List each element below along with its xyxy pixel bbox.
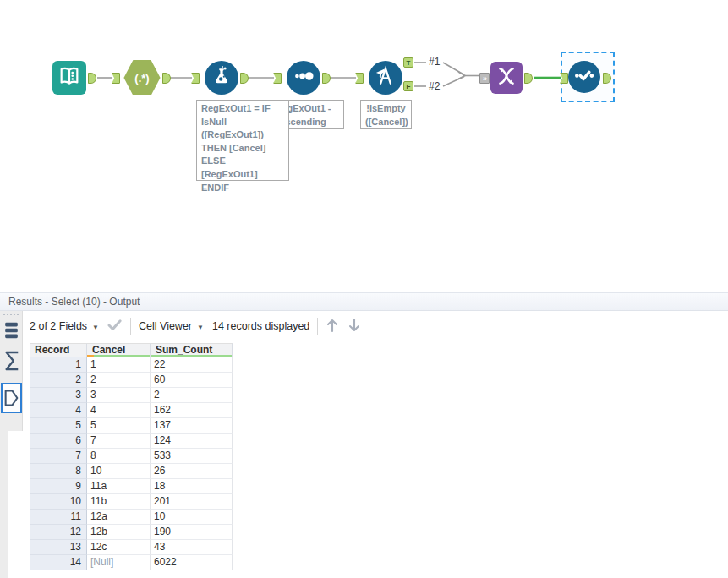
record-number-cell[interactable]: 12 <box>30 525 87 540</box>
column-header-record[interactable]: Record <box>30 343 87 357</box>
true-anchor[interactable]: T <box>403 57 413 68</box>
table-row[interactable]: 1212b190 <box>30 525 233 540</box>
up-arrow-icon[interactable] <box>326 318 339 335</box>
table-row[interactable]: 81026 <box>30 464 233 479</box>
table-row[interactable]: 55137 <box>30 418 233 434</box>
tool-input-data[interactable] <box>52 61 86 95</box>
tool-formula[interactable] <box>205 61 238 95</box>
alteryx-window: #1 #2 (.*) <box>0 0 728 578</box>
table-header-row: Record Cancel Sum_Count <box>30 343 233 357</box>
tool-filter[interactable] <box>369 61 402 95</box>
table-row[interactable]: 332 <box>30 388 233 403</box>
tool-select[interactable] <box>568 61 600 93</box>
results-side-strip <box>0 311 23 578</box>
column-header-sum-count[interactable]: Sum_Count <box>151 343 233 357</box>
table-cell[interactable]: 190 <box>151 525 233 540</box>
table-cell[interactable]: 18 <box>151 479 233 494</box>
results-panel-title: Results - Select (10) - Output <box>0 292 728 311</box>
annotation-filter[interactable]: !IsEmpty ([Cancel]) <box>360 100 412 129</box>
record-number-cell[interactable]: 1 <box>30 357 87 373</box>
input-connection-icon[interactable] <box>2 350 21 372</box>
strip-divider <box>3 379 20 379</box>
chevron-down-icon[interactable]: ▼ <box>92 324 99 331</box>
table-cell[interactable]: 2 <box>151 388 233 403</box>
tool-sort[interactable] <box>287 61 320 95</box>
table-cell[interactable]: 22 <box>151 357 233 373</box>
table-cell[interactable]: 60 <box>151 373 233 388</box>
table-cell[interactable]: 11a <box>87 479 151 494</box>
table-cell[interactable]: 7 <box>87 434 151 449</box>
union-helix-icon <box>495 65 517 90</box>
union-input-anchor[interactable]: » <box>479 73 490 84</box>
table-cell[interactable]: 4 <box>87 403 151 418</box>
wire-label-true: #1 <box>429 56 440 68</box>
workflow-canvas[interactable]: #1 #2 (.*) <box>0 0 728 292</box>
table-cell[interactable]: 3 <box>87 388 151 403</box>
table-cell[interactable]: 26 <box>151 464 233 479</box>
column-header-cancel[interactable]: Cancel <box>87 343 151 357</box>
table-row[interactable]: 78533 <box>30 449 233 464</box>
table-cell[interactable]: 124 <box>151 434 233 449</box>
tool-union[interactable] <box>490 62 523 94</box>
table-cell[interactable]: 5 <box>87 418 151 434</box>
data-quality-bar <box>151 355 232 357</box>
table-view-icon[interactable] <box>2 321 21 340</box>
data-quality-bar <box>87 355 150 357</box>
table-row[interactable]: 1122 <box>30 357 233 373</box>
record-number-cell[interactable]: 9 <box>30 479 87 494</box>
annotation-formula[interactable]: RegExOut1 = IF IsNull ([RegExOut1]) THEN… <box>196 100 289 181</box>
table-row[interactable]: 44162 <box>30 403 233 418</box>
table-cell[interactable]: 1 <box>87 357 151 373</box>
table-row[interactable]: 14[Null]6022 <box>30 555 233 570</box>
drag-handle[interactable] <box>3 314 20 317</box>
record-number-cell[interactable]: 6 <box>30 434 87 449</box>
false-anchor[interactable]: F <box>403 81 413 91</box>
record-number-cell[interactable]: 8 <box>30 464 87 479</box>
record-number-cell[interactable]: 3 <box>30 388 87 403</box>
table-row[interactable]: 2260 <box>30 373 233 388</box>
flask-icon <box>211 65 233 90</box>
fields-dropdown[interactable]: 2 of 2 Fields <box>30 320 87 332</box>
wire-label-false: #2 <box>429 80 440 92</box>
table-row[interactable]: 1112a10 <box>30 510 233 525</box>
table-cell[interactable]: 8 <box>87 449 151 464</box>
book-icon <box>57 64 81 91</box>
table-cell[interactable]: 201 <box>151 494 233 510</box>
table-cell[interactable]: 162 <box>151 403 233 418</box>
table-cell[interactable]: 12a <box>87 510 151 525</box>
table-cell[interactable]: 10 <box>87 464 151 479</box>
table-cell[interactable]: 2 <box>87 373 151 388</box>
results-panel: Results - Select (10) - Output <box>0 292 728 578</box>
down-arrow-icon[interactable] <box>348 318 361 335</box>
table-cell[interactable]: 12b <box>87 525 151 540</box>
table-cell[interactable]: 11b <box>87 494 151 510</box>
table-cell[interactable]: 533 <box>151 449 233 464</box>
table-cell[interactable]: 137 <box>151 418 233 434</box>
record-number-cell[interactable]: 13 <box>30 540 87 555</box>
output-connection-icon-selected[interactable] <box>1 383 22 413</box>
cell-viewer-dropdown[interactable]: Cell Viewer <box>139 320 192 332</box>
tool-regex[interactable]: (.*) <box>123 59 161 96</box>
connection-wires <box>0 0 728 292</box>
select-check-icon <box>572 63 596 90</box>
table-row[interactable]: 1011b201 <box>30 494 233 510</box>
record-number-cell[interactable]: 14 <box>30 555 87 570</box>
table-row[interactable]: 911a18 <box>30 479 233 494</box>
record-number-cell[interactable]: 11 <box>30 510 87 525</box>
record-number-cell[interactable]: 4 <box>30 403 87 418</box>
table-cell[interactable]: 10 <box>151 510 233 525</box>
strip-rail <box>0 431 8 578</box>
records-displayed-label: 14 records displayed <box>212 320 309 332</box>
record-number-cell[interactable]: 7 <box>30 449 87 464</box>
record-number-cell[interactable]: 5 <box>30 418 87 434</box>
record-number-cell[interactable]: 10 <box>30 494 87 510</box>
table-row[interactable]: 67124 <box>30 434 233 449</box>
table-cell[interactable]: [Null] <box>87 555 151 570</box>
table-row[interactable]: 1312c43 <box>30 540 233 555</box>
table-cell[interactable]: 12c <box>87 540 151 555</box>
table-cell[interactable]: 6022 <box>151 555 233 570</box>
record-number-cell[interactable]: 2 <box>30 373 87 388</box>
table-cell[interactable]: 43 <box>151 540 233 555</box>
chevron-down-icon[interactable]: ▼ <box>197 324 204 331</box>
apply-check-icon[interactable] <box>107 319 123 334</box>
